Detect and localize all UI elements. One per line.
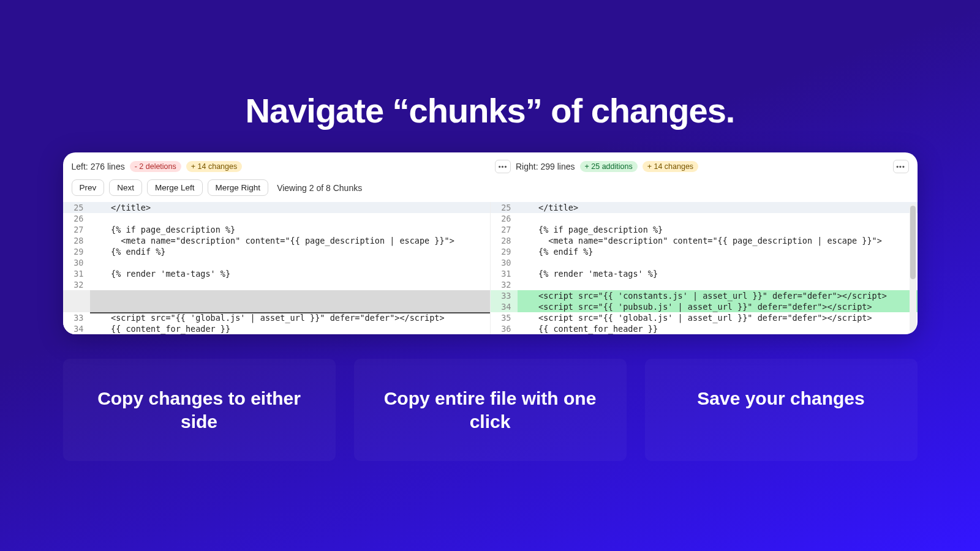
diff-viewer: Left: 276 lines - 2 deletions + 14 chang… [63, 152, 918, 334]
line-number: 33 [491, 290, 518, 301]
line-content: <meta name="description" content="{{ pag… [90, 235, 490, 246]
line-number: 31 [63, 268, 90, 279]
chunk-status: Viewing 2 of 8 Chunks [277, 183, 362, 193]
line-number: 27 [63, 224, 90, 235]
line-number: 36 [491, 323, 518, 334]
code-line: 33 <script src="{{ 'global.js' | asset_u… [63, 312, 490, 323]
merge-left-button[interactable]: Merge Left [147, 179, 203, 196]
scrollbar[interactable] [910, 203, 916, 333]
line-content [90, 213, 490, 224]
line-content: <script src="{{ 'constants.js' | asset_u… [518, 290, 918, 301]
line-content [518, 279, 918, 290]
code-line: 29 {% endif %} [491, 246, 918, 257]
code-line: 31 {% render 'meta-tags' %} [491, 268, 918, 279]
deletions-badge: - 2 deletions [130, 161, 181, 172]
right-more-button[interactable]: ••• [893, 160, 909, 173]
feature-card: Copy changes to either side [63, 359, 336, 461]
line-number: 28 [63, 235, 90, 246]
line-number: 25 [491, 202, 518, 213]
code-line: 26 [63, 213, 490, 224]
line-number [63, 290, 90, 301]
feature-text: Save your changes [663, 387, 899, 410]
line-content: </title> [518, 202, 918, 213]
line-number: 27 [491, 224, 518, 235]
code-line: 36 {{ content_for_header }} [491, 323, 918, 334]
prev-button[interactable]: Prev [72, 179, 105, 196]
code-line: 33 <script src="{{ 'constants.js' | asse… [491, 290, 918, 301]
code-line: 29 {% endif %} [63, 246, 490, 257]
line-content [90, 301, 490, 312]
summary-bar: Left: 276 lines - 2 deletions + 14 chang… [63, 152, 918, 173]
line-content: {{ content_for_header }} [90, 323, 490, 334]
line-number: 29 [491, 246, 518, 257]
code-line: 35 <script src="{{ 'global.js' | asset_u… [491, 312, 918, 323]
code-line: 34 <script src="{{ 'pubsub.js' | asset_u… [491, 301, 918, 312]
line-number: 26 [491, 213, 518, 224]
line-content: <meta name="description" content="{{ pag… [518, 235, 918, 246]
feature-card: Copy entire file with one click [354, 359, 627, 461]
line-number: 35 [491, 312, 518, 323]
line-content [90, 290, 490, 301]
code-line: 25 </title> [491, 202, 918, 213]
line-content: <script src="{{ 'pubsub.js' | asset_url … [518, 301, 918, 312]
code-line [63, 301, 490, 312]
line-number: 28 [491, 235, 518, 246]
line-content [518, 257, 918, 268]
feature-row: Copy changes to either side Copy entire … [63, 359, 918, 461]
line-number: 26 [63, 213, 90, 224]
code-line: 32 [63, 279, 490, 290]
line-content: {% endif %} [518, 246, 918, 257]
line-content [90, 257, 490, 268]
line-number: 34 [63, 323, 90, 334]
next-button[interactable]: Next [109, 179, 142, 196]
line-content: {% if page_description %} [90, 224, 490, 235]
line-number: 30 [491, 257, 518, 268]
page-title: Navigate “chunks” of changes. [0, 91, 980, 130]
chunk-nav: Prev Next Merge Left Merge Right Viewing… [63, 173, 918, 202]
right-changes-badge: + 14 changes [643, 161, 698, 172]
line-content: {% endif %} [90, 246, 490, 257]
line-number: 29 [63, 246, 90, 257]
code-line: 34 {{ content_for_header }} [63, 323, 490, 334]
code-line: 28 <meta name="description" content="{{ … [491, 235, 918, 246]
line-number: 33 [63, 312, 90, 323]
feature-text: Copy entire file with one click [372, 387, 608, 433]
merge-right-button[interactable]: Merge Right [208, 179, 269, 196]
line-content: {% render 'meta-tags' %} [90, 268, 490, 279]
line-content: <script src="{{ 'global.js' | asset_url … [90, 312, 490, 323]
line-content [90, 279, 490, 290]
code-line: 30 [63, 257, 490, 268]
code-line [63, 290, 490, 301]
code-line: 28 <meta name="description" content="{{ … [63, 235, 490, 246]
line-content: {{ content_for_header }} [518, 323, 918, 334]
code-line: 32 [491, 279, 918, 290]
code-line: 26 [491, 213, 918, 224]
left-pane[interactable]: 25 </title>2627 {% if page_description %… [63, 202, 490, 334]
line-content: {% if page_description %} [518, 224, 918, 235]
additions-badge: + 25 additions [580, 161, 638, 172]
line-number: 32 [63, 279, 90, 290]
code-line: 27 {% if page_description %} [491, 224, 918, 235]
left-line-count: Left: 276 lines [72, 162, 125, 171]
right-line-count: Right: 299 lines [516, 162, 575, 171]
line-content: <script src="{{ 'global.js' | asset_url … [518, 312, 918, 323]
line-number: 34 [491, 301, 518, 312]
code-line: 27 {% if page_description %} [63, 224, 490, 235]
left-more-button[interactable]: ••• [495, 160, 511, 173]
line-number [63, 301, 90, 312]
line-content [518, 213, 918, 224]
line-number: 30 [63, 257, 90, 268]
left-changes-badge: + 14 changes [186, 161, 242, 172]
right-pane[interactable]: 25 </title>2627 {% if page_description %… [490, 202, 918, 334]
feature-text: Copy changes to either side [81, 387, 317, 433]
line-content: </title> [90, 202, 490, 213]
line-content: {% render 'meta-tags' %} [518, 268, 918, 279]
line-number: 32 [491, 279, 518, 290]
line-number: 31 [491, 268, 518, 279]
code-line: 30 [491, 257, 918, 268]
scrollbar-thumb[interactable] [910, 206, 916, 279]
feature-card: Save your changes [645, 359, 918, 461]
code-line: 25 </title> [63, 202, 490, 213]
line-number: 25 [63, 202, 90, 213]
code-line: 31 {% render 'meta-tags' %} [63, 268, 490, 279]
